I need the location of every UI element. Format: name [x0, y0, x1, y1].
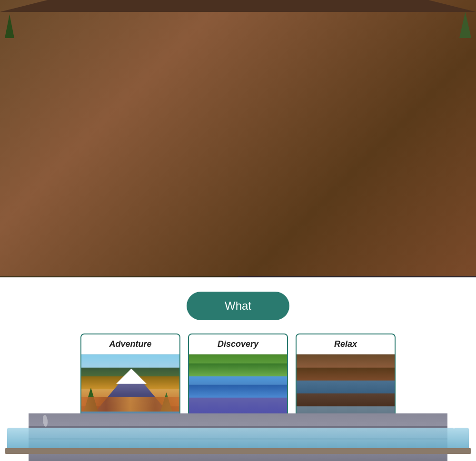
cards-row: Adventure Discovery: [24, 333, 452, 441]
what-section-button[interactable]: What: [187, 292, 289, 320]
discovery-card-title: Discovery: [189, 334, 287, 354]
discovery-card-image[interactable]: [189, 354, 287, 440]
discovery-card: Discovery: [188, 333, 288, 441]
relax-card-title: Relax: [297, 334, 395, 354]
what-section: What Adventure: [0, 277, 476, 455]
discovery-scene: [189, 354, 287, 440]
adventure-card-title: Adventure: [81, 334, 179, 354]
